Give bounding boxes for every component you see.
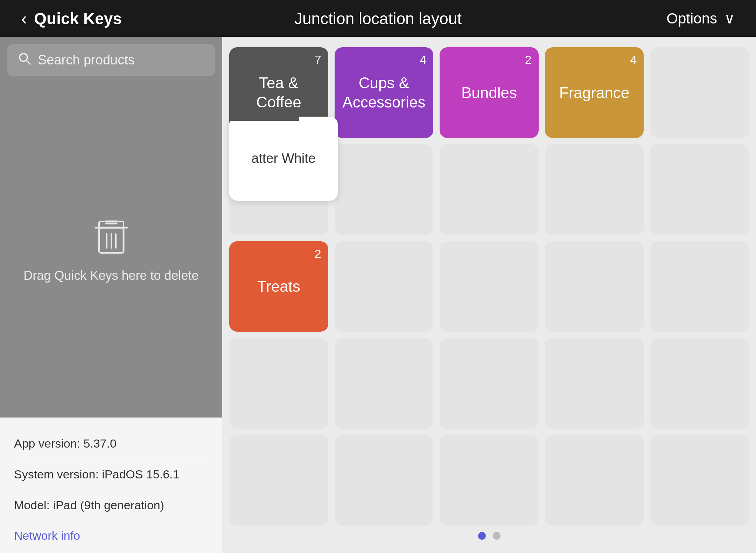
delete-area: Drag Quick Keys here to delete: [0, 83, 222, 417]
page-dots: [229, 526, 749, 542]
drag-preview-label: atter White: [251, 150, 316, 167]
grid-cell-bundles[interactable]: 2Bundles: [440, 47, 539, 138]
grid-cell-empty-r4c1: [229, 338, 328, 429]
drag-preview-tag: [229, 107, 299, 121]
grid-row-3: [229, 338, 749, 429]
page-dot-1[interactable]: [493, 532, 500, 540]
grid-cell-fragrance[interactable]: 4Fragrance: [545, 47, 644, 138]
drag-preview-card: atter White: [229, 117, 338, 201]
sidebar: Search products Drag Quick Keys here to …: [0, 37, 222, 553]
grid-cell-empty-r2c2: [335, 144, 434, 235]
quick-keys-title: Quick Keys: [34, 9, 122, 28]
search-input-placeholder: Search products: [38, 53, 135, 68]
grid-cell-empty-r4c5: [650, 338, 749, 429]
grid-cell-empty-r5c4: [545, 435, 644, 526]
cell-label: Treats: [250, 273, 307, 299]
grid-cell-empty-r5c5: [650, 435, 749, 526]
svg-rect-6: [99, 221, 124, 228]
delete-label: Drag Quick Keys here to delete: [23, 268, 198, 283]
grid-cell-empty-r5c3: [440, 435, 539, 526]
grid-cell-empty-r4c3: [440, 338, 539, 429]
cell-count: 4: [630, 53, 637, 67]
options-button[interactable]: Options: [666, 10, 717, 27]
grid-cell-empty-r4c4: [545, 338, 644, 429]
top-bar-left: ‹ Quick Keys: [21, 9, 122, 28]
svg-line-1: [26, 60, 30, 64]
grid-cell-empty-r2c5: [650, 144, 749, 235]
network-info-link[interactable]: Network info: [14, 520, 208, 542]
chevron-down-icon[interactable]: ∨: [724, 10, 735, 27]
cell-label: Fragrance: [552, 80, 637, 106]
trash-icon: [94, 218, 129, 258]
cell-count: 7: [315, 53, 321, 67]
search-bar[interactable]: Search products: [7, 44, 215, 76]
grid-cell-empty-r2c3: [440, 144, 539, 235]
sidebar-footer: App version: 5.37.0 System version: iPad…: [0, 417, 222, 553]
grid-cell-empty-r1c5: [650, 47, 749, 138]
grid-cell-empty-r3c3: [440, 241, 539, 332]
grid-row-2: 2Treats: [229, 241, 749, 332]
grid-cell-empty-r3c5: [650, 241, 749, 332]
cell-count: 2: [315, 247, 321, 261]
grid-cell-empty-r2c4: [545, 144, 644, 235]
model-info: Model: iPad (9th generation): [14, 490, 208, 520]
grid-cell-cups[interactable]: 4Cups & Accessories: [335, 47, 434, 138]
grid-cell-empty-r3c4: [545, 241, 644, 332]
top-bar-right: Options ∨: [666, 10, 735, 27]
grid-cell-treats[interactable]: 2Treats: [229, 241, 328, 332]
grid-cell-empty-r3c2: [335, 241, 434, 332]
grid-row-4: [229, 435, 749, 526]
cell-label: Cups & Accessories: [335, 70, 434, 115]
top-bar: ‹ Quick Keys Junction location layout Op…: [0, 0, 756, 37]
system-version: System version: iPadOS 15.6.1: [14, 459, 208, 490]
page-dot-0[interactable]: [478, 532, 486, 540]
grid-cell-empty-r5c1: [229, 435, 328, 526]
grid-area: atter White 7Tea & Coffee4Cups & Accesso…: [222, 37, 756, 553]
grid-cell-empty-r4c2: [335, 338, 434, 429]
main-content: Search products Drag Quick Keys here to …: [0, 37, 756, 553]
back-button[interactable]: ‹: [21, 9, 27, 28]
app-version: App version: 5.37.0: [14, 428, 208, 459]
cell-count: 2: [525, 53, 532, 67]
grid-cell-empty-r5c2: [335, 435, 434, 526]
search-icon: [18, 51, 31, 69]
layout-title: Junction location layout: [294, 9, 462, 28]
cell-label: Bundles: [454, 80, 524, 106]
cell-count: 4: [420, 53, 426, 67]
